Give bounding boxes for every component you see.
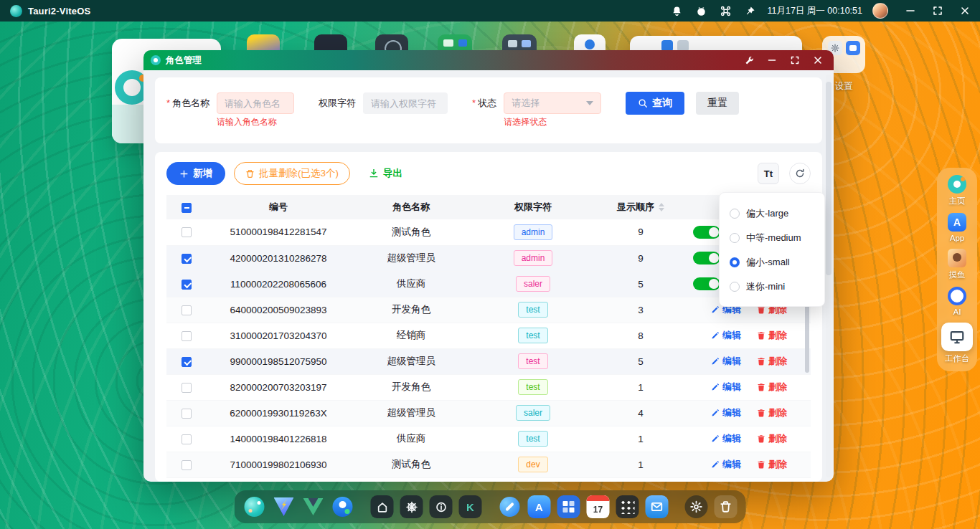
minimize-os-icon[interactable] — [905, 6, 915, 16]
delete-button[interactable]: 删除 — [757, 458, 787, 471]
map-pin-dock-icon[interactable] — [331, 495, 354, 518]
batch-delete-label: 批量删除(已选3个) — [259, 167, 339, 180]
cell-id: 510000198412281547 — [207, 219, 350, 245]
status-toggle[interactable] — [693, 277, 720, 290]
launchpad-dock-icon[interactable] — [616, 495, 639, 518]
row-checkbox[interactable] — [182, 305, 192, 315]
info-dock-icon[interactable] — [430, 495, 453, 518]
dock-item-workbench[interactable]: 工作台 — [941, 323, 973, 364]
cell-id: 420000201310286278 — [207, 245, 350, 271]
delete-button[interactable]: 删除 — [757, 432, 787, 445]
edit-button[interactable]: 编辑 — [711, 458, 741, 471]
row-checkbox[interactable] — [182, 383, 192, 393]
calendar-dock-icon[interactable]: 17 — [587, 495, 610, 518]
cell-role-name: 供应商 — [350, 426, 472, 452]
tauri-dock-icon[interactable] — [243, 495, 266, 518]
edit-button[interactable]: 编辑 — [711, 329, 741, 342]
status-toggle[interactable] — [693, 252, 720, 264]
cell-order: 9 — [594, 245, 687, 271]
dock-item-home[interactable]: 主页 — [948, 175, 966, 206]
reset-button[interactable]: 重置 — [696, 92, 739, 115]
edit-button[interactable]: 编辑 — [711, 381, 741, 394]
sort-icons[interactable] — [659, 203, 664, 211]
row-checkbox[interactable] — [182, 357, 192, 367]
code-editor-dock-icon[interactable]: K — [459, 495, 482, 518]
role-name-input[interactable] — [217, 92, 294, 114]
settings-dock-icon[interactable] — [685, 495, 708, 518]
delete-button[interactable]: 删除 — [757, 381, 787, 394]
github-icon[interactable] — [696, 5, 707, 16]
window-scrollbar-thumb[interactable] — [826, 82, 831, 275]
appstore-dock-icon[interactable]: A — [528, 495, 551, 518]
os-logo-icon — [10, 5, 22, 17]
dock-item-moyu[interactable]: 摸鱼 — [948, 249, 966, 280]
batch-delete-button[interactable]: 批量删除(已选3个) — [234, 162, 350, 185]
delete-button[interactable]: 删除 — [757, 406, 787, 419]
dock-item-label: 工作台 — [945, 353, 970, 364]
menu-item-mini[interactable]: 迷你-mini — [720, 275, 824, 299]
col-header-order[interactable]: 显示顺序 — [594, 195, 687, 219]
pin-icon[interactable] — [745, 5, 756, 16]
fullscreen-os-icon[interactable] — [933, 6, 943, 16]
row-checkbox[interactable] — [182, 409, 192, 419]
wrench-icon[interactable] — [740, 52, 758, 68]
window-titlebar[interactable]: 角色管理 — [143, 50, 834, 70]
delete-button[interactable]: 删除 — [757, 355, 787, 368]
vite-dock-icon[interactable] — [273, 495, 296, 518]
perm-tag: test — [518, 431, 547, 447]
fullscreen-window-icon[interactable] — [786, 52, 804, 68]
mail-dock-icon[interactable] — [646, 495, 669, 518]
status-toggle[interactable] — [693, 226, 720, 239]
search-button[interactable]: 查询 — [626, 92, 684, 115]
menu-item-large[interactable]: 偏大-large — [720, 201, 824, 226]
helm-dock-icon[interactable] — [400, 495, 423, 518]
radio-icon[interactable] — [730, 282, 740, 292]
row-checkbox[interactable] — [182, 227, 192, 237]
desktop: Tauri2-ViteOS 11月17日 周一 00:10:51 — [0, 0, 980, 529]
status-select[interactable]: 请选择 — [504, 92, 601, 114]
edit-button[interactable]: 编辑 — [711, 406, 741, 419]
minimize-window-icon[interactable] — [763, 52, 781, 68]
cell-id: 110000202208065606 — [207, 271, 350, 297]
font-size-button[interactable]: Tt — [758, 163, 779, 184]
delete-button[interactable]: 删除 — [757, 329, 787, 342]
moyu-app-icon — [948, 249, 966, 267]
radio-icon[interactable] — [730, 233, 740, 243]
row-checkbox[interactable] — [182, 460, 192, 470]
refresh-button[interactable] — [789, 163, 811, 184]
export-button[interactable]: 导出 — [364, 162, 407, 185]
edit-button[interactable]: 编辑 — [711, 355, 741, 368]
menu-item-medium[interactable]: 中等-medium — [720, 226, 824, 250]
dock-item-ai[interactable]: AI — [948, 287, 966, 316]
row-checkbox[interactable] — [182, 434, 192, 444]
user-avatar[interactable] — [872, 3, 888, 19]
edit-button[interactable]: 编辑 — [711, 432, 741, 445]
add-button[interactable]: 新增 — [166, 162, 225, 185]
cell-role-name: 开发角色 — [350, 374, 472, 400]
col-header-perm: 权限字符 — [472, 195, 594, 219]
menu-item-small[interactable]: 偏小-small — [720, 250, 824, 275]
home-dock-icon[interactable] — [371, 495, 394, 518]
cell-id: 62000019930119263X — [207, 400, 350, 426]
vue-dock-icon[interactable] — [302, 495, 325, 518]
radio-icon[interactable] — [730, 209, 740, 219]
reset-button-label: 重置 — [707, 97, 727, 110]
close-window-icon[interactable] — [809, 52, 826, 68]
bell-icon[interactable] — [672, 5, 683, 16]
row-checkbox[interactable] — [182, 280, 192, 290]
select-all-checkbox[interactable] — [182, 203, 192, 213]
trash-dock-icon[interactable] — [715, 495, 738, 518]
right-dock: 主页 A App 摸鱼 AI 工作台 — [937, 168, 977, 371]
row-checkbox[interactable] — [182, 331, 192, 341]
dock-item-app[interactable]: A App — [948, 213, 966, 242]
perm-tag: test — [518, 302, 547, 318]
system-dock-icon[interactable] — [557, 495, 580, 518]
safari-dock-icon[interactable] — [499, 495, 522, 518]
close-os-icon[interactable] — [960, 6, 970, 16]
bottom-dock: K A 17 — [235, 490, 746, 523]
radio-icon[interactable] — [730, 257, 740, 267]
command-icon[interactable] — [720, 5, 732, 16]
row-checkbox[interactable] — [182, 254, 192, 264]
add-button-label: 新增 — [193, 167, 212, 180]
perm-char-input[interactable] — [363, 92, 448, 114]
